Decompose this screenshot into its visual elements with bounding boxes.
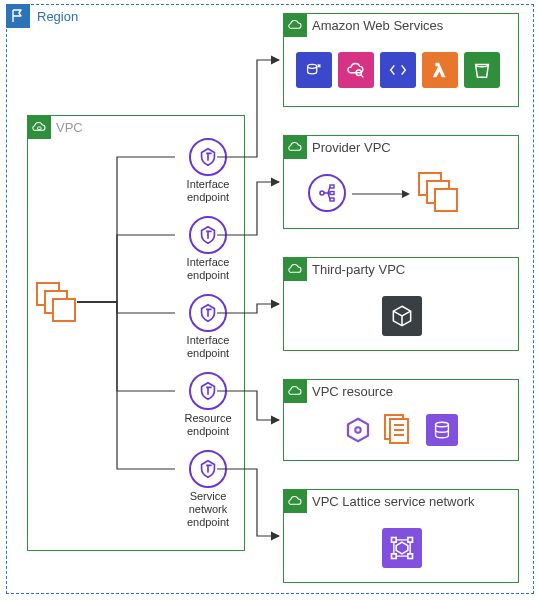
cloud-icon <box>283 13 307 37</box>
database-icon <box>426 414 458 446</box>
svg-point-9 <box>355 427 361 433</box>
hexagon-icon <box>342 414 374 446</box>
vpc-cloud-icon <box>27 115 51 139</box>
service-lambda-icon <box>422 52 458 88</box>
svg-point-1 <box>308 64 317 68</box>
documents-icon <box>384 414 416 446</box>
svg-rect-11 <box>392 538 397 543</box>
arrow-icon <box>352 184 412 204</box>
cloud-icon <box>283 379 307 403</box>
svg-point-10 <box>436 422 449 427</box>
lattice-label: VPC Lattice service network <box>312 494 475 509</box>
endpoint-icon <box>189 138 227 176</box>
endpoint-label: Interface endpoint <box>178 334 238 360</box>
vpc-label: VPC <box>56 120 83 135</box>
interface-endpoint-3: Interface endpoint <box>178 294 238 360</box>
endpoint-label: Interface endpoint <box>178 256 238 282</box>
svg-rect-12 <box>408 538 413 543</box>
svg-rect-4 <box>330 185 334 188</box>
marketplace-icon <box>382 296 422 336</box>
provider-vpc-label: Provider VPC <box>312 140 391 155</box>
load-balancer-icon <box>308 174 346 212</box>
region-flag-icon <box>6 4 30 28</box>
lattice-icon <box>382 528 422 568</box>
endpoint-icon <box>189 450 227 488</box>
aws-label: Amazon Web Services <box>312 18 443 33</box>
service-codecommit-icon <box>380 52 416 88</box>
svg-point-3 <box>320 191 324 195</box>
endpoint-label: Service network endpoint <box>178 490 238 529</box>
resource-endpoint: Resource endpoint <box>178 372 238 438</box>
svg-rect-5 <box>330 192 334 195</box>
svg-rect-0 <box>38 127 41 130</box>
cloud-icon <box>283 489 307 513</box>
svg-rect-6 <box>330 198 334 201</box>
aws-services-row <box>296 52 500 88</box>
service-network-endpoint: Service network endpoint <box>178 450 238 529</box>
lattice-box: VPC Lattice service network <box>283 489 519 583</box>
interface-endpoint-2: Interface endpoint <box>178 216 238 282</box>
endpoint-icon <box>189 372 227 410</box>
aws-box: Amazon Web Services <box>283 13 519 107</box>
svg-rect-13 <box>392 554 397 559</box>
region-container: Region VPC Interface endpoint Interface … <box>6 4 534 594</box>
service-s3-icon <box>464 52 500 88</box>
cloud-icon <box>283 257 307 281</box>
instances-icon <box>36 282 78 324</box>
cloud-icon <box>283 135 307 159</box>
svg-rect-14 <box>408 554 413 559</box>
endpoint-label: Interface endpoint <box>178 178 238 204</box>
endpoint-label: Resource endpoint <box>178 412 238 438</box>
service-rds-icon <box>296 52 332 88</box>
third-party-vpc-label: Third-party VPC <box>312 262 405 277</box>
vpc-resource-icons <box>342 414 458 446</box>
endpoint-icon <box>189 294 227 332</box>
interface-endpoint-1: Interface endpoint <box>178 138 238 204</box>
region-label: Region <box>37 9 78 24</box>
service-cloudwatch-icon <box>338 52 374 88</box>
vpc-container: VPC Interface endpoint Interface endpoin… <box>27 115 245 551</box>
vpc-resource-box: VPC resource <box>283 379 519 461</box>
provider-vpc-box: Provider VPC <box>283 135 519 229</box>
instances-icon <box>418 172 460 214</box>
third-party-vpc-box: Third-party VPC <box>283 257 519 351</box>
endpoint-icon <box>189 216 227 254</box>
svg-marker-8 <box>402 190 410 198</box>
vpc-resource-label: VPC resource <box>312 384 393 399</box>
